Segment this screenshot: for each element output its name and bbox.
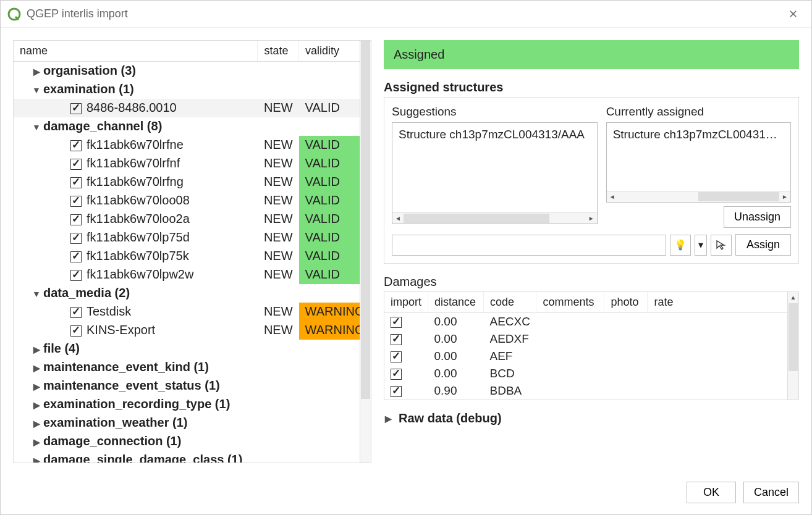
damage-row[interactable]: 0.00BCD [384, 365, 798, 382]
currently-label: Currently assigned [606, 105, 791, 119]
tree-item-label: fk11abk6w70lrfnf [87, 156, 180, 170]
damages-scrollbar[interactable]: ▲▼ [787, 292, 798, 400]
import-checkbox[interactable] [70, 307, 82, 318]
tree-item-label: 8486-8486.0010 [87, 101, 177, 114]
tree-item[interactable]: 8486-8486.0010NEWVALID [14, 99, 371, 117]
tree-group[interactable]: ▼damage_channel (8) [14, 117, 371, 136]
suggestions-hscroll[interactable]: ◄► [392, 212, 597, 224]
hint-icon[interactable]: 💡 [670, 235, 691, 256]
import-checkbox[interactable] [70, 177, 82, 188]
import-checkbox[interactable] [70, 140, 82, 151]
tree-item[interactable]: fk11abk6w70lp75kNEWVALID [14, 247, 371, 266]
dmg-h-comments[interactable]: comments [536, 292, 604, 313]
tree-item[interactable]: KINS-ExportNEWWARNING [14, 321, 371, 340]
tree-group[interactable]: ▶damage_connection (1) [14, 432, 371, 451]
currently-list[interactable]: Structure ch13p7mzCL00431… ◄► [606, 122, 791, 203]
dmg-h-distance[interactable]: distance [428, 292, 484, 313]
tree-item-state: NEW [258, 136, 299, 154]
import-checkbox[interactable] [70, 251, 82, 262]
tree-item[interactable]: fk11abk6w70loo2aNEWVALID [14, 210, 371, 228]
damage-import-checkbox[interactable] [391, 369, 402, 380]
tree-scrollbar[interactable] [360, 41, 371, 463]
titlebar: QGEP interlis import ✕ [1, 1, 811, 28]
damage-code: BCD [484, 365, 536, 382]
assign-input[interactable] [392, 235, 666, 256]
dmg-h-rate[interactable]: rate [648, 292, 798, 313]
tree-item[interactable]: fk11abk6w70lpw2wNEWVALID [14, 266, 371, 284]
import-dialog: QGEP interlis import ✕ name state validi… [0, 0, 812, 515]
tree-group[interactable]: ▼examination (1) [14, 80, 371, 99]
import-checkbox[interactable] [70, 103, 82, 114]
content: name state validity ▶organisation (3)▼ex… [1, 28, 811, 475]
dmg-h-photo[interactable]: photo [604, 292, 648, 313]
hint-dropdown[interactable]: ▾ [695, 235, 707, 256]
damage-row[interactable]: 0.00AEF [384, 348, 798, 365]
tree-group[interactable]: ▶maintenance_event_status (1) [14, 377, 371, 395]
tree-group[interactable]: ▶examination_recording_type (1) [14, 395, 371, 414]
pick-icon[interactable] [711, 235, 732, 256]
currently-item[interactable]: Structure ch13p7mzCL00431… [607, 123, 790, 146]
tree-item[interactable]: fk11abk6w70lp75dNEWVALID [14, 228, 371, 247]
import-checkbox[interactable] [70, 159, 82, 170]
assigned-structures-title: Assigned structures [384, 80, 799, 94]
tree-group[interactable]: ▶examination_weather (1) [14, 414, 371, 432]
tree-header-state[interactable]: state [258, 41, 299, 62]
tree-item[interactable]: fk11abk6w70lrfnfNEWVALID [14, 154, 371, 173]
tree-item[interactable]: TestdiskNEWWARNING [14, 303, 371, 321]
damage-distance: 0.00 [428, 330, 484, 348]
damage-row[interactable]: 0.00AECXC [384, 313, 798, 331]
damage-row[interactable]: 0.90BDBA [384, 382, 798, 400]
tree-header-name[interactable]: name [14, 41, 258, 62]
tree-item-label: fk11abk6w70lrfng [87, 175, 184, 188]
tree-group-label: maintenance_event_kind (1) [43, 360, 209, 374]
damage-code: AEF [484, 348, 536, 365]
damage-import-checkbox[interactable] [391, 351, 402, 362]
suggestions-list[interactable]: Structure ch13p7mzCL004313/AAA ◄► [392, 122, 598, 224]
tree-item-state: NEW [258, 303, 299, 321]
currently-hscroll[interactable]: ◄► [607, 191, 790, 202]
cancel-button[interactable]: Cancel [743, 482, 799, 503]
tree-item-label: fk11abk6w70loo08 [87, 193, 190, 207]
window-title: QGEP interlis import [27, 7, 780, 20]
tree-item-state: NEW [258, 154, 299, 173]
chevron-right-icon: ▶ [384, 414, 392, 424]
tree-group[interactable]: ▶organisation (3) [14, 62, 371, 80]
tree-item[interactable]: fk11abk6w70lrfneNEWVALID [14, 136, 371, 154]
tree-item[interactable]: fk11abk6w70loo08NEWVALID [14, 191, 371, 210]
damage-row[interactable]: 0.00AEDXF [384, 330, 798, 348]
tree-item-state: NEW [258, 173, 299, 191]
tree-item-label: fk11abk6w70lp75k [87, 249, 189, 262]
damage-import-checkbox[interactable] [391, 317, 402, 328]
tree-item-state [258, 414, 299, 432]
tree-group[interactable]: ▶maintenance_event_kind (1) [14, 358, 371, 377]
tree-item-state: NEW [258, 228, 299, 247]
tree-group-label: maintenance_event_status (1) [43, 379, 220, 392]
close-icon[interactable]: ✕ [780, 7, 805, 21]
chevron-down-icon: ▼ [32, 85, 41, 95]
raw-data-toggle[interactable]: ▶ Raw data (debug) [384, 411, 799, 425]
tree-group[interactable]: ▶file (4) [14, 340, 371, 358]
tree-group[interactable]: ▼data_media (2) [14, 284, 371, 303]
tree-item-state [258, 117, 299, 136]
import-checkbox[interactable] [70, 196, 82, 207]
app-icon [7, 7, 22, 22]
assign-button[interactable]: Assign [735, 234, 791, 256]
dmg-h-import[interactable]: import [384, 292, 428, 313]
suggestions-item[interactable]: Structure ch13p7mzCL004313/AAA [392, 123, 597, 146]
tree-item-state [258, 62, 299, 80]
unassign-button[interactable]: Unassign [724, 206, 791, 228]
tree-item[interactable]: fk11abk6w70lrfngNEWVALID [14, 173, 371, 191]
damage-import-checkbox[interactable] [391, 334, 402, 345]
tree-item-state: NEW [258, 266, 299, 284]
import-checkbox[interactable] [70, 270, 82, 281]
import-checkbox[interactable] [70, 325, 82, 337]
damage-code: BDBA [484, 382, 536, 400]
tree-item-state [258, 340, 299, 358]
tree-item-state: NEW [258, 247, 299, 266]
import-checkbox[interactable] [70, 233, 82, 244]
damage-import-checkbox[interactable] [391, 386, 402, 397]
ok-button[interactable]: OK [687, 482, 736, 503]
tree-group[interactable]: ▶damage_single_damage_class (1) [14, 451, 371, 463]
dmg-h-code[interactable]: code [484, 292, 536, 313]
import-checkbox[interactable] [70, 214, 82, 225]
